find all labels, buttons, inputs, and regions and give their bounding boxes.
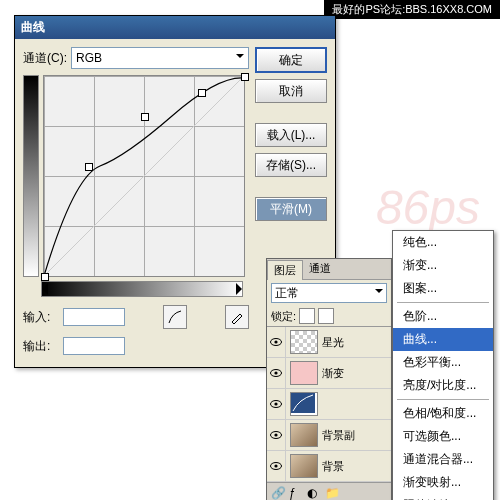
input-label: 输入: bbox=[23, 309, 59, 326]
menu-item[interactable]: 纯色... bbox=[393, 231, 493, 254]
visibility-toggle[interactable] bbox=[267, 451, 286, 481]
svg-line-0 bbox=[44, 76, 244, 276]
svg-point-11 bbox=[274, 464, 277, 467]
menu-item[interactable]: 渐变映射... bbox=[393, 471, 493, 494]
save-button[interactable]: 存储(S)... bbox=[255, 153, 327, 177]
menu-item[interactable]: 亮度/对比度... bbox=[393, 374, 493, 397]
cancel-button[interactable]: 取消 bbox=[255, 79, 327, 103]
visibility-toggle[interactable] bbox=[267, 358, 286, 388]
lock-row: 锁定: bbox=[267, 306, 391, 327]
layer-name: 渐变 bbox=[322, 366, 344, 381]
layer-name: 背景副 bbox=[322, 428, 355, 443]
watermark-banner: 最好的PS论坛:BBS.16XX8.COM bbox=[324, 0, 500, 19]
layer-row[interactable]: 星光 bbox=[267, 327, 391, 358]
layer-name: 星光 bbox=[322, 335, 344, 350]
folder-icon[interactable]: 📁 bbox=[325, 486, 339, 500]
blend-mode-select[interactable]: 正常 bbox=[271, 283, 387, 303]
output-value[interactable] bbox=[63, 337, 125, 355]
layer-row[interactable]: 渐变 bbox=[267, 358, 391, 389]
menu-item[interactable]: 照片滤镜... bbox=[393, 494, 493, 500]
panel-tabs: 图层 通道 bbox=[267, 259, 391, 280]
adjustment-icon[interactable]: ◐ bbox=[307, 486, 321, 500]
lock-transparent-icon[interactable] bbox=[299, 308, 315, 324]
tab-layers[interactable]: 图层 bbox=[267, 260, 303, 280]
svg-point-4 bbox=[274, 371, 277, 374]
vertical-gradient bbox=[23, 75, 39, 277]
menu-item[interactable]: 色阶... bbox=[393, 305, 493, 328]
chevron-down-icon bbox=[236, 54, 244, 62]
menu-item[interactable]: 可选颜色... bbox=[393, 425, 493, 448]
channel-label: 通道(C): bbox=[23, 50, 67, 67]
dialog-title: 曲线 bbox=[15, 16, 335, 39]
pencil-tool-icon[interactable] bbox=[225, 305, 249, 329]
tab-channels[interactable]: 通道 bbox=[303, 259, 337, 279]
layer-row[interactable]: 背景副 bbox=[267, 420, 391, 451]
menu-item[interactable]: 渐变... bbox=[393, 254, 493, 277]
visibility-toggle[interactable] bbox=[267, 389, 286, 419]
visibility-toggle[interactable] bbox=[267, 327, 286, 357]
smooth-button[interactable]: 平滑(M) bbox=[255, 197, 327, 221]
curve-tool-icon[interactable] bbox=[163, 305, 187, 329]
layer-thumbnail bbox=[290, 423, 318, 447]
lock-label: 锁定: bbox=[271, 309, 296, 324]
layers-panel: 图层 通道 正常 锁定: 星光渐变背景副背景 🔗 ƒ ◐ 📁 bbox=[266, 258, 392, 500]
curve-editor[interactable] bbox=[43, 75, 245, 277]
input-value[interactable] bbox=[63, 308, 125, 326]
layer-thumbnail bbox=[290, 361, 318, 385]
svg-point-9 bbox=[274, 433, 277, 436]
bg-watermark: 86ps bbox=[376, 180, 480, 235]
menu-item[interactable]: 通道混合器... bbox=[393, 448, 493, 471]
lock-paint-icon[interactable] bbox=[318, 308, 334, 324]
visibility-toggle[interactable] bbox=[267, 420, 286, 450]
channel-select[interactable]: RGB bbox=[71, 47, 249, 69]
chevron-down-icon bbox=[375, 289, 383, 297]
load-button[interactable]: 载入(L)... bbox=[255, 123, 327, 147]
layer-row[interactable] bbox=[267, 389, 391, 420]
menu-item[interactable]: 色相/饱和度... bbox=[393, 402, 493, 425]
layer-thumbnail bbox=[290, 330, 318, 354]
horizontal-gradient[interactable] bbox=[41, 281, 243, 297]
svg-point-2 bbox=[274, 340, 277, 343]
svg-point-6 bbox=[274, 402, 277, 405]
layer-thumbnail bbox=[290, 454, 318, 478]
layer-row[interactable]: 背景 bbox=[267, 451, 391, 482]
layer-name: 背景 bbox=[322, 459, 344, 474]
fx-icon[interactable]: ƒ bbox=[289, 486, 303, 500]
menu-item[interactable]: 色彩平衡... bbox=[393, 351, 493, 374]
blend-mode-value: 正常 bbox=[275, 285, 299, 302]
panel-footer: 🔗 ƒ ◐ 📁 bbox=[267, 482, 391, 500]
menu-item[interactable]: 图案... bbox=[393, 277, 493, 300]
ok-button[interactable]: 确定 bbox=[255, 47, 327, 73]
menu-item[interactable]: 曲线... bbox=[393, 328, 493, 351]
layer-thumbnail bbox=[290, 392, 318, 416]
output-label: 输出: bbox=[23, 338, 59, 355]
channel-value: RGB bbox=[76, 51, 102, 65]
adjustment-menu: 纯色...渐变...图案...色阶...曲线...色彩平衡...亮度/对比度..… bbox=[392, 230, 494, 500]
link-icon[interactable]: 🔗 bbox=[271, 486, 285, 500]
